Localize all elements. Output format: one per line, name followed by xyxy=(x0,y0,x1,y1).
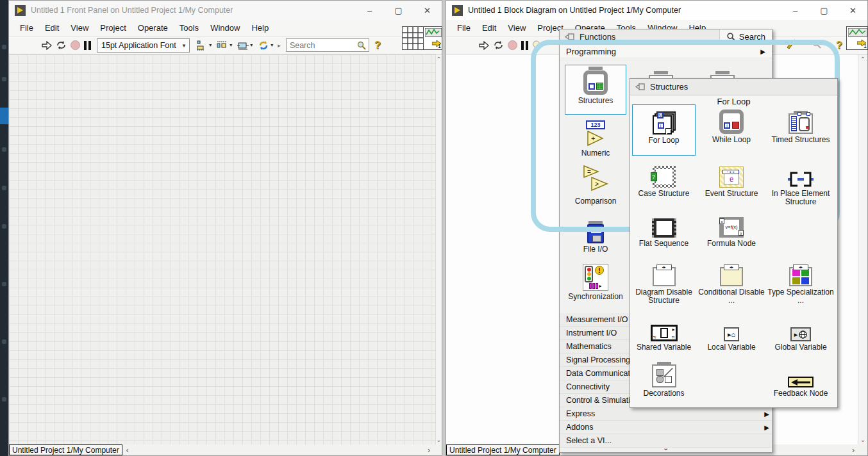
connector-pane-icon[interactable] xyxy=(402,26,424,50)
vi-icon[interactable]: 1 xyxy=(846,26,868,50)
palette-item-numeric[interactable]: 123 + Numeric xyxy=(565,118,626,163)
menu-file[interactable]: File xyxy=(14,21,39,35)
palette-item-flat-sequence[interactable]: Flat Sequence xyxy=(632,208,696,254)
menu-edit[interactable]: Edit xyxy=(39,21,65,35)
close-button[interactable]: ✕ xyxy=(413,1,442,20)
zoom-button[interactable] xyxy=(812,39,822,52)
block-diagram-vertical-scrollbar[interactable]: ⌃ ⌄ xyxy=(858,54,867,444)
run-button[interactable] xyxy=(42,38,52,53)
horizontal-scroll-track[interactable] xyxy=(133,444,424,455)
font-selector[interactable]: 15pt Application Font ▾ xyxy=(97,38,190,53)
palette-item-shared-variable[interactable]: ▸ ?! ?! Shared Variable xyxy=(632,312,696,357)
menu-operate[interactable]: Operate xyxy=(132,21,174,35)
comparison-icon: = > xyxy=(581,165,610,195)
sidebar-glyph xyxy=(2,224,6,229)
front-panel-vertical-scrollbar[interactable]: ⌃ ⌄ xyxy=(435,54,442,444)
abort-button[interactable] xyxy=(71,38,80,53)
execution-target[interactable]: Untitled Project 1/My Computer xyxy=(9,444,122,455)
reorder-button[interactable]: ▾ xyxy=(258,40,273,51)
palette-item-case-structure[interactable]: ? Case Structure xyxy=(632,158,696,208)
structures-icon xyxy=(583,70,608,95)
execution-target[interactable]: Untitled Project 1/My Computer xyxy=(446,444,560,455)
search-icon xyxy=(356,40,367,51)
vi-icon[interactable]: 1 xyxy=(423,26,442,50)
formula-node-icon: v=f(x) x y xyxy=(719,217,744,238)
scroll-up-icon[interactable]: ⌃ xyxy=(858,54,867,64)
scroll-left-icon[interactable]: ‹ xyxy=(122,444,133,455)
palette-item-synchronization[interactable]: ! ▸ Synchronization xyxy=(565,261,626,306)
search-input[interactable] xyxy=(287,41,356,50)
palette-item-in-place-element[interactable]: In Place Element Structure xyxy=(766,158,835,208)
front-panel-titlebar[interactable]: Untitled 1 Front Panel on Untitled Proje… xyxy=(9,1,442,20)
scroll-down-icon[interactable]: ⌄ xyxy=(436,435,442,444)
palette-item-event-structure[interactable]: ▪ ◂··▸ e Event Structure xyxy=(698,158,765,208)
submenu-arrow-icon: ▶ xyxy=(764,411,772,418)
palette-item-conditional-disable[interactable]: ◂▸ Conditional Disable ... xyxy=(698,257,765,312)
scroll-down-icon[interactable]: ⌄ xyxy=(858,435,867,444)
front-panel-toolbar: 15pt Application Font ▾ ▾ ▾ ▾ ▾ ▸ ? xyxy=(9,37,442,54)
palette-item-type-specialization[interactable]: ◂▸ Type Specialization ... xyxy=(766,257,835,312)
sidebar-active-item[interactable] xyxy=(0,108,8,124)
front-panel-title: Untitled 1 Front Panel on Untitled Proje… xyxy=(31,6,233,15)
scroll-right-icon[interactable]: › xyxy=(848,444,858,455)
event-structure-icon: ▪ ◂··▸ e xyxy=(719,167,744,188)
palette-item-file-io[interactable]: File I/O xyxy=(565,214,626,256)
palette-item-global-variable[interactable]: ▸ Global Variable xyxy=(766,312,835,357)
menu-window[interactable]: Window xyxy=(204,21,246,35)
scroll-up-icon[interactable]: ⌃ xyxy=(436,54,442,64)
palette-item-diagram-disable[interactable]: ◂▸ Diagram Disable Structure xyxy=(632,257,696,312)
maximize-button[interactable]: ▢ xyxy=(384,1,413,20)
pause-button[interactable] xyxy=(84,38,91,53)
palette-item-comparison[interactable]: = > Comparison xyxy=(565,166,626,211)
category-addons[interactable]: Addons▶ xyxy=(560,421,772,434)
structures-palette-title: Structures xyxy=(650,82,688,92)
palette-item-while-loop[interactable]: i While Loop xyxy=(698,104,765,156)
structures-palette-header[interactable]: Structures xyxy=(630,79,837,95)
palette-item-local-variable[interactable]: ▸⌂ Local Variable xyxy=(698,312,765,357)
chevron-down-icon: ▾ xyxy=(250,42,253,48)
run-continuously-button[interactable] xyxy=(493,38,504,53)
palette-more-below-icon[interactable]: ⌄ xyxy=(560,444,772,452)
distribute-objects-button[interactable]: ▾ xyxy=(217,40,232,51)
run-button[interactable] xyxy=(479,38,489,53)
close-button[interactable]: ✕ xyxy=(839,1,867,20)
palette-search-button[interactable]: Search xyxy=(719,29,772,44)
type-specialization-icon: ◂▸ xyxy=(789,267,812,286)
front-panel-canvas[interactable] xyxy=(9,54,435,444)
feedback-node-icon xyxy=(788,377,814,387)
svg-text:+: + xyxy=(591,134,595,142)
context-help-button[interactable]: ? xyxy=(374,38,381,53)
functions-palette-header[interactable]: Functions Search xyxy=(560,29,772,45)
scroll-right-icon[interactable]: › xyxy=(424,444,434,455)
align-objects-button[interactable]: ▾ xyxy=(196,40,212,51)
structures-palette: Structures For Loop N i For Loop i While… xyxy=(630,78,838,408)
front-panel-menubar: File Edit View Project Operate Tools Win… xyxy=(9,20,442,37)
menu-view[interactable]: View xyxy=(65,21,94,35)
palette-item-decorations[interactable]: Decorations xyxy=(632,358,696,405)
abort-button[interactable] xyxy=(508,38,517,53)
search-box[interactable] xyxy=(286,38,369,52)
resize-objects-button[interactable]: ▾ xyxy=(237,40,253,51)
menu-view[interactable]: View xyxy=(502,21,531,35)
highlight-execution-button[interactable] xyxy=(532,38,540,53)
minimize-button[interactable]: – xyxy=(781,1,810,20)
palette-item-feedback-node[interactable]: Feedback Node xyxy=(766,358,835,405)
menu-help[interactable]: Help xyxy=(246,21,274,35)
category-row-programming[interactable]: Programming ▶ xyxy=(560,45,772,58)
maximize-button[interactable]: ▢ xyxy=(810,1,839,20)
palette-item-structures[interactable]: Structures xyxy=(565,65,626,115)
palette-item-timed-structures[interactable]: Timed Structures xyxy=(766,104,835,156)
menu-project[interactable]: Project xyxy=(94,21,131,35)
menu-file[interactable]: File xyxy=(451,21,476,35)
context-help-button[interactable]: ? xyxy=(836,40,842,51)
run-continuously-button[interactable] xyxy=(56,38,67,53)
minimize-button[interactable]: – xyxy=(355,1,384,20)
menu-edit[interactable]: Edit xyxy=(476,21,502,35)
palette-item-for-loop[interactable]: N i For Loop xyxy=(632,104,696,156)
block-diagram-titlebar[interactable]: Untitled 1 Block Diagram on Untitled Pro… xyxy=(446,1,867,20)
cleanup-diagram-button[interactable] xyxy=(786,39,797,52)
pause-button[interactable] xyxy=(521,38,528,53)
category-express[interactable]: Express▶ xyxy=(560,407,772,421)
menu-tools[interactable]: Tools xyxy=(174,21,204,35)
palette-item-formula-node[interactable]: v=f(x) x y Formula Node xyxy=(698,208,765,254)
